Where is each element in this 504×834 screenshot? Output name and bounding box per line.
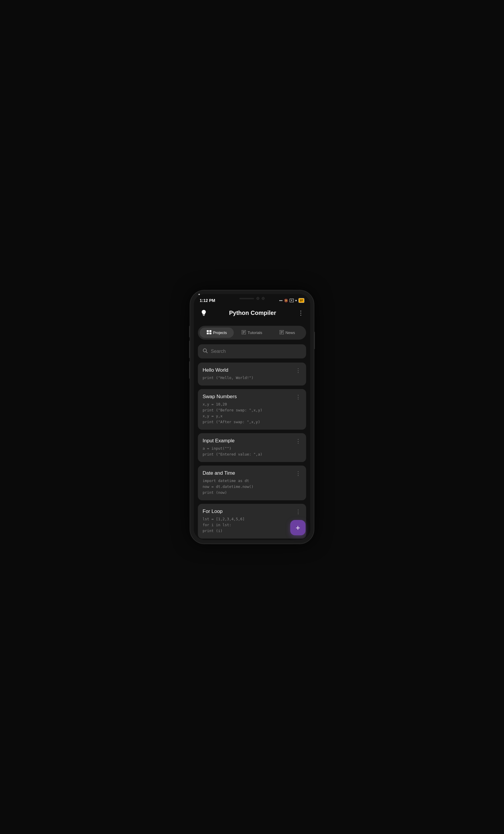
project-card-for-loop[interactable]: For Loop lst = [1,2,3,4,5,6] for i in ls… [198, 504, 306, 539]
card-title: For Loop [203, 508, 295, 514]
card-content: Hello World print ("Hello, World!") [203, 367, 295, 381]
overflow-menu-button[interactable]: ⋮ [297, 308, 305, 317]
svg-line-13 [206, 352, 208, 353]
card-code: a = input("") print ("Entered value: ",a… [203, 445, 295, 457]
app-title: Python Compiler [229, 310, 276, 316]
tab-projects-label: Projects [213, 330, 227, 335]
add-project-fab[interactable]: + [290, 520, 305, 535]
card-title: Swap Numbers [203, 394, 295, 400]
volume-down-button [189, 341, 190, 358]
data-icon: ✕ [290, 299, 294, 302]
lightbulb-icon[interactable]: ✦ [199, 308, 208, 317]
card-overflow-menu-2[interactable]: ⋮ [295, 438, 301, 444]
card-code: print ("Hello, World!") [203, 375, 295, 381]
card-code: import datetime as dt now = dt.datetime.… [203, 478, 295, 496]
card-code: lst = [1,2,3,4,5,6] for i in lst: print … [203, 516, 295, 534]
card-overflow-menu-4[interactable]: ⋮ [295, 508, 301, 515]
tutorials-tab-icon [242, 330, 246, 335]
battery-icon: 37 [298, 298, 304, 303]
tab-projects[interactable]: Projects [200, 328, 234, 338]
search-input[interactable] [211, 349, 301, 354]
card-content: Swap Numbers x,y = 10,20 print ("Before … [203, 394, 295, 425]
card-overflow-menu-0[interactable]: ⋮ [295, 367, 301, 374]
status-icons: ••• 🔕 ✕ ▾ 37 [279, 298, 304, 303]
projects-tab-icon [207, 330, 211, 335]
mute-button [189, 361, 190, 379]
main-content: Projects Tutorials [194, 322, 310, 540]
project-card-date-time[interactable]: Date and Time import datetime as dt now … [198, 465, 306, 500]
svg-rect-3 [209, 332, 211, 334]
app-bar: ✦ Python Compiler ⋮ [194, 305, 310, 322]
status-bar: 1:12 PM ••• 🔕 ✕ ▾ 37 [194, 294, 310, 305]
card-title: Input Example [203, 438, 295, 444]
tabs-bar: Projects Tutorials [198, 326, 306, 339]
volume-up-button [189, 326, 190, 337]
svg-rect-2 [207, 332, 209, 334]
tab-tutorials-label: Tutorials [248, 330, 262, 335]
camera-dot [256, 297, 259, 300]
project-card-swap-numbers[interactable]: Swap Numbers x,y = 10,20 print ("Before … [198, 389, 306, 430]
mute-icon: 🔕 [284, 299, 288, 303]
phone-frame: 1:12 PM ••• 🔕 ✕ ▾ 37 ✦ Python Compiler ⋮ [190, 290, 314, 544]
power-button [314, 332, 315, 349]
card-title: Date and Time [203, 470, 295, 476]
news-tab-icon [280, 330, 284, 335]
card-content: Input Example a = input("") print ("Ente… [203, 438, 295, 457]
status-time: 1:12 PM [200, 298, 215, 303]
add-icon: + [296, 524, 300, 531]
tab-news[interactable]: News [270, 328, 304, 338]
tab-tutorials[interactable]: Tutorials [235, 328, 269, 338]
phone-screen: 1:12 PM ••• 🔕 ✕ ▾ 37 ✦ Python Compiler ⋮ [194, 294, 310, 540]
project-card-hello-world[interactable]: Hello World print ("Hello, World!") ⋮ [198, 363, 306, 386]
card-overflow-menu-3[interactable]: ⋮ [295, 470, 301, 477]
signal-dots-icon: ••• [279, 299, 282, 302]
card-content: For Loop lst = [1,2,3,4,5,6] for i in ls… [203, 508, 295, 534]
svg-rect-1 [209, 330, 211, 332]
card-title: Hello World [203, 367, 295, 373]
card-content: Date and Time import datetime as dt now … [203, 470, 295, 496]
camera-dot2 [262, 297, 265, 300]
tab-news-label: News [285, 330, 295, 335]
svg-rect-0 [207, 330, 209, 332]
card-overflow-menu-1[interactable]: ⋮ [295, 394, 301, 400]
project-card-input-example[interactable]: Input Example a = input("") print ("Ente… [198, 433, 306, 462]
speaker-grille [239, 298, 254, 299]
search-box[interactable] [198, 344, 306, 358]
wifi-icon: ▾ [295, 299, 297, 303]
card-code: x,y = 10,20 print ("Before swap: ",x,y) … [203, 401, 295, 425]
search-icon [203, 348, 208, 355]
